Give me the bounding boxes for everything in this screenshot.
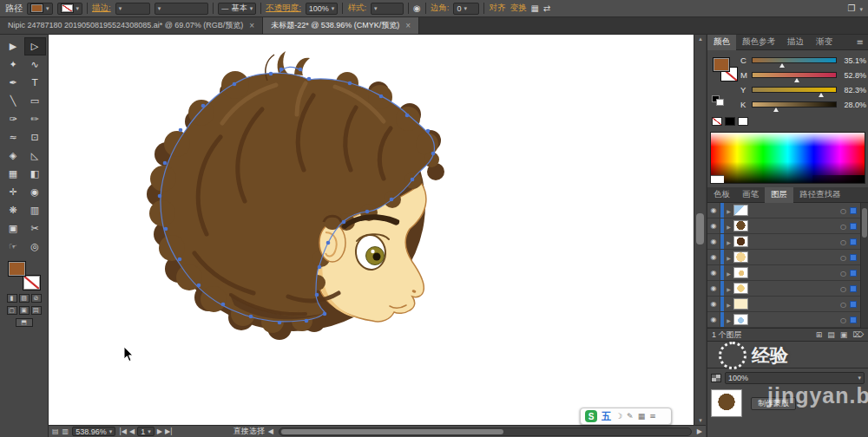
panel-menu-icon[interactable]: ≡ <box>852 37 868 47</box>
target-circle-icon[interactable] <box>838 237 849 246</box>
tab-color[interactable]: 颜色 <box>707 35 736 50</box>
disclosure-icon[interactable] <box>724 252 733 262</box>
selection-indicator[interactable] <box>850 254 857 261</box>
align-link[interactable]: 对齐 <box>489 3 505 14</box>
slider-marker[interactable] <box>819 93 824 97</box>
layer-row[interactable] <box>707 312 860 328</box>
fill-stroke-indicator[interactable] <box>8 261 41 290</box>
yellow-slider[interactable] <box>752 87 837 93</box>
draw-inside-button[interactable]: 回 <box>31 306 42 315</box>
rectangle-tool[interactable]: ▭ <box>24 92 46 110</box>
scrollbar-thumb[interactable] <box>862 208 867 238</box>
none-color-chip[interactable] <box>712 117 722 126</box>
disclosure-icon[interactable] <box>724 237 733 246</box>
lasso-tool[interactable]: ∿ <box>24 55 46 74</box>
layer-row[interactable] <box>707 203 860 218</box>
visibility-eye-icon[interactable] <box>707 203 720 218</box>
black-spectrum-corner[interactable] <box>812 175 865 183</box>
last-artboard-icon[interactable]: ▶| <box>165 427 173 435</box>
selection-indicator[interactable] <box>850 223 857 230</box>
brush-definition-dropdown[interactable]: —基本 <box>218 3 257 15</box>
stroke-color-proxy[interactable] <box>23 275 41 290</box>
scroll-up-icon[interactable]: ▴ <box>694 36 707 42</box>
artboard-nav-icon[interactable]: ▤ <box>52 427 59 435</box>
visibility-eye-icon[interactable] <box>707 250 720 264</box>
object-thumbnail[interactable] <box>711 389 742 417</box>
ime-moon-icon[interactable]: ☽ <box>615 412 622 421</box>
fill-color-proxy[interactable] <box>8 261 26 277</box>
opacity-dropdown[interactable]: 100% <box>306 3 339 15</box>
document-tab-2[interactable]: 未标题-22* @ 538.96% (CMYK/预览) <box>263 17 419 34</box>
pencil-tool[interactable]: ✏ <box>24 110 46 128</box>
layer-row[interactable] <box>707 218 860 234</box>
artboard-grid-icon[interactable]: ▥ <box>62 427 69 435</box>
fill-color-dropdown[interactable] <box>27 3 53 15</box>
canvas-vertical-scrollbar[interactable]: ▴ ▾ <box>694 35 706 425</box>
first-artboard-icon[interactable]: |◀ <box>119 427 127 435</box>
stroke-weight-dropdown[interactable] <box>115 3 150 15</box>
slider-marker[interactable] <box>779 63 785 68</box>
new-sublayer-icon[interactable]: ▤ <box>827 330 835 339</box>
perspective-grid-tool[interactable]: ◺ <box>24 147 46 165</box>
direct-selection-tool[interactable]: ▷ <box>24 37 46 55</box>
fill-color-chip[interactable] <box>713 57 730 72</box>
scrollbar-thumb[interactable] <box>281 429 503 434</box>
black-color-chip[interactable] <box>725 117 735 126</box>
delete-layer-icon[interactable]: ⌦ <box>852 330 864 339</box>
visibility-eye-icon[interactable] <box>707 281 720 296</box>
collect-icon[interactable]: ⊞ <box>816 330 823 339</box>
layer-row[interactable] <box>707 234 860 250</box>
target-circle-icon[interactable] <box>838 268 849 277</box>
ime-settings-icon[interactable]: ≡ <box>649 412 656 421</box>
ime-toolbar[interactable]: S 五 ☽ ✎ ▦ ≡ <box>580 408 672 425</box>
tab-layers[interactable]: 图层 <box>765 187 793 203</box>
disclosure-icon[interactable] <box>724 299 733 309</box>
blend-tool[interactable]: ◉ <box>24 183 46 201</box>
zoom-dropdown[interactable]: 538.96% <box>72 427 115 436</box>
selection-indicator[interactable] <box>850 238 857 245</box>
shape-builder-tool[interactable]: ◈ <box>3 147 24 165</box>
none-mode-button[interactable]: ⊘ <box>31 294 42 303</box>
draw-normal-button[interactable]: ▢ <box>7 306 17 315</box>
zoom-tool[interactable]: ◎ <box>24 238 46 256</box>
scroll-left-icon[interactable]: ◀ <box>268 427 273 435</box>
tab-close-icon[interactable] <box>405 21 411 30</box>
selection-indicator[interactable] <box>850 285 857 292</box>
selection-indicator[interactable] <box>850 301 857 308</box>
slice-tool[interactable]: ✂ <box>24 219 46 238</box>
free-transform-tool[interactable]: ⊡ <box>24 128 46 147</box>
workspace-icon[interactable]: ❐ <box>848 3 856 13</box>
cyan-slider[interactable] <box>752 57 837 63</box>
paintbrush-tool[interactable]: ✑ <box>3 110 24 128</box>
layers-scrollbar[interactable] <box>860 203 868 328</box>
layer-row[interactable] <box>707 297 860 312</box>
tab-gradient[interactable]: 渐变 <box>810 35 838 50</box>
target-circle-icon[interactable] <box>838 221 849 231</box>
color-spectrum-bar[interactable] <box>710 132 865 184</box>
slider-marker[interactable] <box>794 78 799 82</box>
visibility-eye-icon[interactable] <box>707 312 720 327</box>
opacity-panel-link[interactable]: 不透明度: <box>266 3 301 14</box>
isolate-icon[interactable]: ▦ <box>530 3 538 13</box>
scroll-right-icon[interactable]: ▶ <box>697 427 702 435</box>
selection-indicator[interactable] <box>850 207 857 214</box>
make-mask-button[interactable]: 制作蒙版 <box>751 397 796 410</box>
next-artboard-icon[interactable]: ▶ <box>157 427 162 435</box>
black-slider[interactable] <box>752 101 837 108</box>
draw-behind-button[interactable]: ▣ <box>19 306 30 315</box>
tab-stroke[interactable]: 描边 <box>781 35 810 50</box>
more-options-icon[interactable] <box>859 3 863 13</box>
artboard-number-field[interactable]: 1 <box>137 427 155 436</box>
tab-brushes[interactable]: 画笔 <box>736 187 765 203</box>
swap-icon[interactable]: ⇄ <box>543 3 550 13</box>
mesh-tool[interactable]: ▦ <box>3 165 24 183</box>
type-tool[interactable]: T <box>24 74 46 92</box>
line-segment-tool[interactable]: ╲ <box>3 92 24 110</box>
scrollbar-thumb[interactable] <box>696 213 704 245</box>
document-tab-1[interactable]: Nipic 24787180 20190508195524308085.ai* … <box>0 17 263 34</box>
slider-marker[interactable] <box>773 108 779 112</box>
layer-row[interactable] <box>707 281 860 297</box>
selection-tool[interactable]: ▶ <box>3 37 24 55</box>
opacity-dropdown[interactable]: 100% <box>725 372 865 384</box>
recolor-artwork-icon[interactable]: ◉ <box>413 3 421 13</box>
